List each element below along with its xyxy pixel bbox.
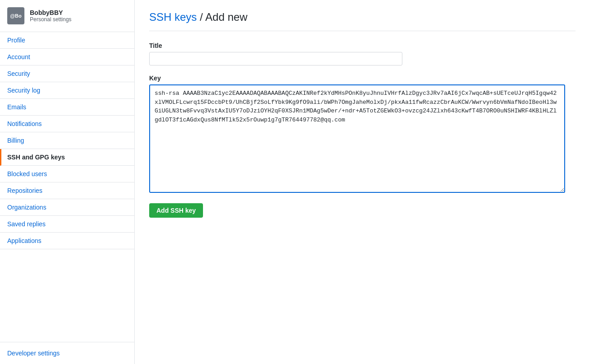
user-profile-header: @Bo BobbyBBY Personal settings xyxy=(0,0,134,32)
sidebar-item-emails[interactable]: Emails xyxy=(0,99,134,116)
sidebar-item-billing[interactable]: Billing xyxy=(0,132,134,149)
sidebar-item-notifications[interactable]: Notifications xyxy=(0,116,134,132)
sidebar: @Bo BobbyBBY Personal settings Profile A… xyxy=(0,0,135,364)
sidebar-subtitle: Personal settings xyxy=(30,16,71,23)
sidebar-item-developer-settings[interactable]: Developer settings xyxy=(7,350,127,357)
title-field-group: Title xyxy=(149,42,576,65)
avatar-initials: @Bo xyxy=(10,13,21,19)
sidebar-item-ssh-gpg-keys[interactable]: SSH and GPG keys xyxy=(0,149,134,166)
page-title-sep: / Add new xyxy=(197,11,247,23)
add-ssh-key-button[interactable]: Add SSH key xyxy=(149,203,203,218)
developer-settings-section: Developer settings xyxy=(0,342,134,364)
user-info: BobbyBBY Personal settings xyxy=(30,9,71,23)
sidebar-username: BobbyBBY xyxy=(30,9,71,16)
sidebar-item-account[interactable]: Account xyxy=(0,49,134,65)
page-title-link[interactable]: SSH keys xyxy=(149,11,197,23)
avatar: @Bo xyxy=(7,7,24,24)
title-input[interactable] xyxy=(149,52,402,65)
sidebar-nav: Profile Account Security Security log Em… xyxy=(0,32,134,342)
sidebar-item-blocked-users[interactable]: Blocked users xyxy=(0,166,134,182)
sidebar-item-organizations[interactable]: Organizations xyxy=(0,199,134,216)
sidebar-item-repositories[interactable]: Repositories xyxy=(0,182,134,199)
page-header: SSH keys / Add new xyxy=(149,11,576,31)
key-textarea[interactable]: ssh-rsa AAAAB3NzaC1yc2EAAAADAQABAAABAQCz… xyxy=(149,84,565,193)
key-label: Key xyxy=(149,75,576,82)
sidebar-item-security-log[interactable]: Security log xyxy=(0,82,134,99)
sidebar-item-security[interactable]: Security xyxy=(0,65,134,82)
sidebar-item-applications[interactable]: Applications xyxy=(0,233,134,249)
title-label: Title xyxy=(149,42,576,49)
page-title: SSH keys / Add new xyxy=(149,11,247,23)
main-content: SSH keys / Add new Title Key ssh-rsa AAA… xyxy=(135,0,590,364)
sidebar-item-saved-replies[interactable]: Saved replies xyxy=(0,216,134,233)
key-field-group: Key ssh-rsa AAAAB3NzaC1yc2EAAAADAQABAAAB… xyxy=(149,75,576,194)
sidebar-item-profile[interactable]: Profile xyxy=(0,32,134,49)
